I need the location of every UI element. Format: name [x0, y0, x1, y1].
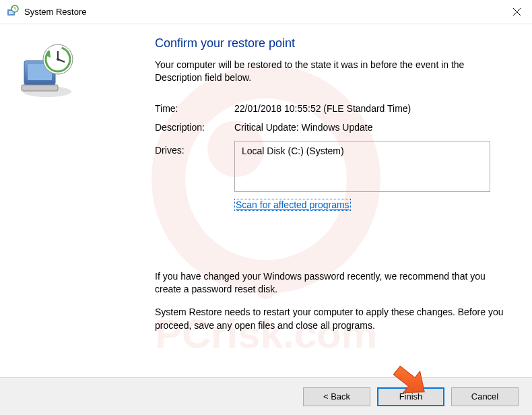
description-label: Description:: [155, 122, 234, 133]
back-button[interactable]: < Back: [303, 387, 370, 406]
svg-rect-13: [22, 85, 58, 91]
password-warning-text: If you have changed your Windows passwor…: [155, 270, 513, 296]
titlebar: System Restore: [0, 0, 532, 24]
system-restore-dialog: System Restore: [0, 0, 532, 415]
drives-label: Drives:: [155, 141, 234, 156]
cancel-button[interactable]: Cancel: [451, 387, 519, 406]
button-bar: < Back Finish Cancel: [0, 377, 532, 415]
svg-point-18: [57, 58, 59, 61]
description-value: Critical Update: Windows Update: [234, 122, 513, 133]
page-subtext: Your computer will be restored to the st…: [155, 59, 513, 84]
restart-warning-text: System Restore needs to restart your com…: [155, 306, 513, 332]
titlebar-title: System Restore: [24, 7, 86, 17]
time-value: 22/01/2018 10:55:52 (FLE Standard Time): [234, 103, 513, 114]
titlebar-icon: [7, 5, 19, 20]
scan-affected-programs-link[interactable]: Scan for affected programs: [234, 199, 351, 211]
system-restore-icon: [19, 39, 154, 102]
close-button[interactable]: [501, 2, 532, 22]
finish-button[interactable]: Finish: [377, 387, 444, 406]
drive-item: Local Disk (C:) (System): [242, 146, 344, 156]
drives-listbox[interactable]: Local Disk (C:) (System): [234, 141, 490, 192]
time-label: Time:: [155, 103, 234, 114]
page-heading: Confirm your restore point: [155, 36, 513, 51]
